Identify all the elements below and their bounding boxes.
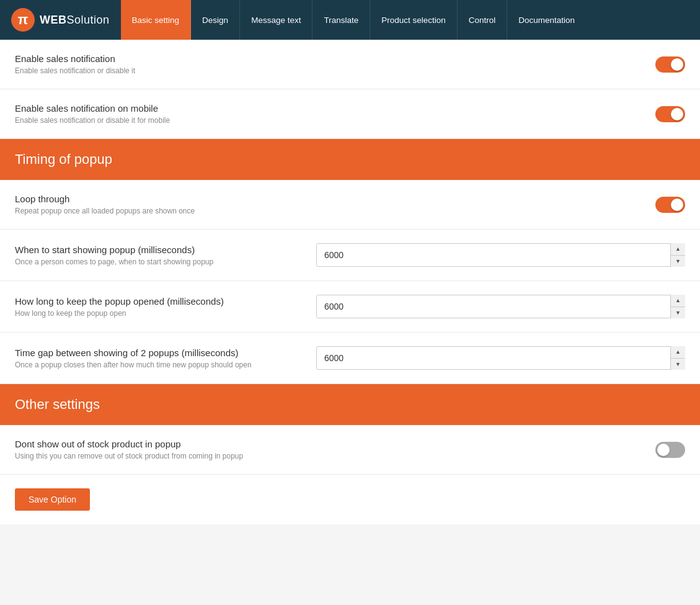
enable-sales-mobile-info: Enable sales notification on mobile Enab… <box>15 103 640 125</box>
start-showing-control: ▲ ▼ <box>316 243 685 267</box>
start-showing-label: When to start showing popup (millisecond… <box>15 244 301 255</box>
out-of-stock-control <box>655 442 685 458</box>
loop-through-toggle[interactable] <box>655 197 685 213</box>
timing-section-header: Timing of popup <box>0 139 700 180</box>
out-of-stock-row: Dont show out of stock product in popup … <box>0 425 700 475</box>
time-gap-info: Time gap between showing of 2 popups (mi… <box>15 347 301 369</box>
start-showing-desc: Once a person comes to page, when to sta… <box>15 258 301 266</box>
keep-open-spin-up[interactable]: ▲ <box>671 295 685 307</box>
loop-through-desc: Repeat popup once all loaded popups are … <box>15 207 640 215</box>
time-gap-row: Time gap between showing of 2 popups (mi… <box>0 333 700 384</box>
time-gap-label: Time gap between showing of 2 popups (mi… <box>15 347 301 358</box>
out-of-stock-thumb <box>657 444 670 456</box>
loop-through-track <box>655 197 685 213</box>
enable-sales-thumb <box>671 58 683 71</box>
time-gap-input-wrapper: ▲ ▼ <box>316 346 685 370</box>
start-showing-input[interactable] <box>316 243 685 267</box>
enable-sales-label: Enable sales notification <box>15 53 640 64</box>
nav-tabs: Basic settingDesignMessage textTranslate… <box>121 0 700 40</box>
start-showing-spin-up[interactable]: ▲ <box>671 243 685 256</box>
loop-through-control <box>655 197 685 213</box>
start-showing-row: When to start showing popup (millisecond… <box>0 230 700 281</box>
start-showing-spin-down[interactable]: ▼ <box>671 256 685 267</box>
nav-tab-basic-setting[interactable]: Basic setting <box>121 0 192 40</box>
nav-tab-control[interactable]: Control <box>458 0 508 40</box>
logo-icon: π <box>11 8 35 32</box>
loop-through-info: Loop through Repeat popup once all loade… <box>15 194 640 215</box>
enable-sales-mobile-row: Enable sales notification on mobile Enab… <box>0 89 700 139</box>
time-gap-control: ▲ ▼ <box>316 346 685 370</box>
enable-sales-mobile-thumb <box>671 108 683 120</box>
keep-open-input[interactable] <box>316 295 685 318</box>
time-gap-spin: ▲ ▼ <box>670 346 685 370</box>
out-of-stock-info: Dont show out of stock product in popup … <box>15 439 640 460</box>
enable-sales-mobile-desc: Enable sales notification or disable it … <box>15 116 640 125</box>
time-gap-desc: Once a popup closes then after how much … <box>15 361 301 369</box>
loop-through-thumb <box>671 199 683 211</box>
loop-through-row: Loop through Repeat popup once all loade… <box>0 180 700 230</box>
keep-open-control: ▲ ▼ <box>316 295 685 318</box>
enable-sales-info: Enable sales notification Enable sales n… <box>15 53 640 75</box>
keep-open-desc: How long to keep the popup open <box>15 309 301 318</box>
keep-open-info: How long to keep the popup opened (milli… <box>15 296 301 318</box>
enable-sales-mobile-control <box>655 106 685 122</box>
time-gap-spin-up[interactable]: ▲ <box>671 346 685 359</box>
loop-through-label: Loop through <box>15 194 640 204</box>
keep-open-row: How long to keep the popup opened (milli… <box>0 281 700 333</box>
nav-tab-translate[interactable]: Translate <box>312 0 370 40</box>
enable-sales-mobile-toggle[interactable] <box>655 106 685 122</box>
enable-sales-control <box>655 56 685 73</box>
logo: π WEBSolution <box>0 0 121 40</box>
nav-tab-documentation[interactable]: Documentation <box>507 0 586 40</box>
enable-sales-mobile-track <box>655 106 685 122</box>
enable-sales-toggle[interactable] <box>655 56 685 73</box>
keep-open-input-wrapper: ▲ ▼ <box>316 295 685 318</box>
other-section-header: Other settings <box>0 384 700 425</box>
time-gap-spin-down[interactable]: ▼ <box>671 359 685 370</box>
keep-open-spin-down[interactable]: ▼ <box>671 307 685 319</box>
start-showing-spin: ▲ ▼ <box>670 243 685 267</box>
svg-text:π: π <box>18 12 29 27</box>
save-button[interactable]: Save Option <box>15 488 90 511</box>
nav-tab-product-selection[interactable]: Product selection <box>370 0 458 40</box>
time-gap-input[interactable] <box>316 346 685 370</box>
main-content: Enable sales notification Enable sales n… <box>0 40 700 524</box>
logo-text: WEBSolution <box>40 14 110 27</box>
enable-sales-row: Enable sales notification Enable sales n… <box>0 40 700 89</box>
enable-sales-mobile-label: Enable sales notification on mobile <box>15 103 640 114</box>
keep-open-label: How long to keep the popup opened (milli… <box>15 296 301 307</box>
save-area: Save Option <box>0 475 700 524</box>
enable-sales-track <box>655 56 685 73</box>
enable-sales-desc: Enable sales notification or disable it <box>15 66 640 75</box>
start-showing-input-wrapper: ▲ ▼ <box>316 243 685 267</box>
out-of-stock-desc: Using this you can remove out of stock p… <box>15 452 640 460</box>
out-of-stock-label: Dont show out of stock product in popup <box>15 439 640 449</box>
out-of-stock-toggle[interactable] <box>655 442 685 458</box>
header: π WEBSolution Basic settingDesignMessage… <box>0 0 700 40</box>
out-of-stock-track <box>655 442 685 458</box>
nav-tab-design[interactable]: Design <box>191 0 240 40</box>
keep-open-spin: ▲ ▼ <box>670 295 685 318</box>
start-showing-info: When to start showing popup (millisecond… <box>15 244 301 266</box>
nav-tab-message-text[interactable]: Message text <box>240 0 312 40</box>
